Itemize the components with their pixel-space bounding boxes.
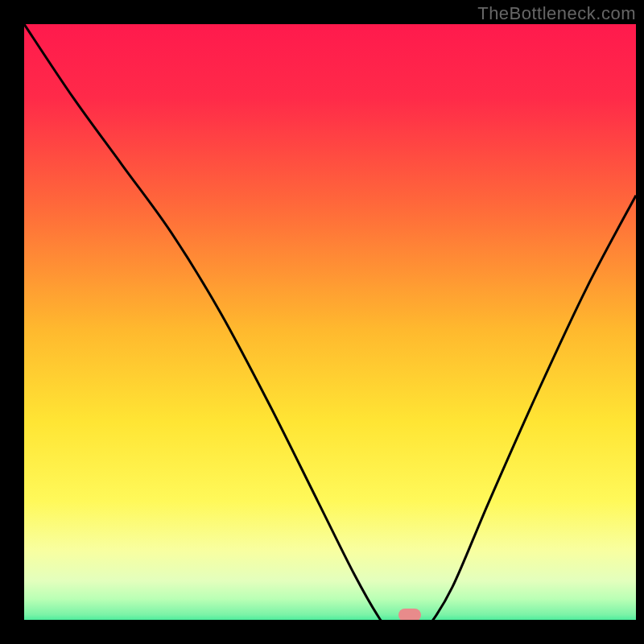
watermark-text: TheBottleneck.com	[477, 3, 636, 24]
optimum-marker	[398, 609, 421, 620]
bottleneck-curve	[24, 24, 636, 620]
chart-frame: TheBottleneck.com	[0, 0, 644, 644]
plot-area	[24, 24, 636, 620]
